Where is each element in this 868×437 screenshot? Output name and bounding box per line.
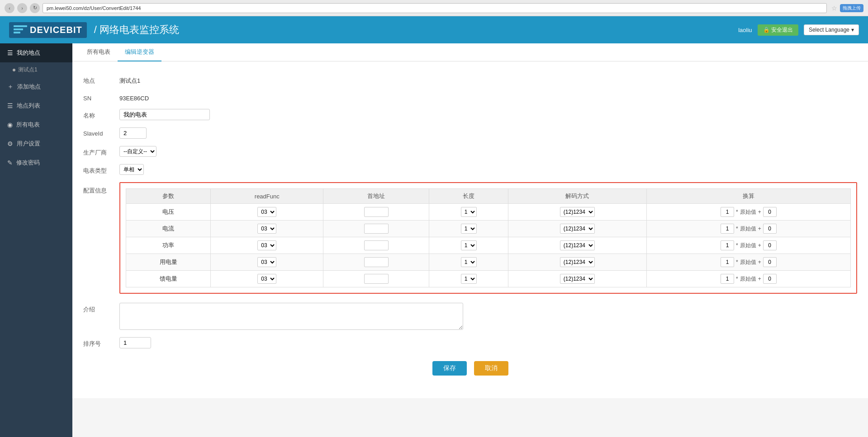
- sidebar-item-test-site[interactable]: 测试点1: [0, 62, 72, 77]
- sort-input[interactable]: [119, 337, 151, 348]
- addr-input[interactable]: [364, 257, 389, 267]
- manufacturer-label: 生产厂商: [83, 146, 119, 157]
- length-select[interactable]: 1: [461, 224, 477, 234]
- calc-mul-input[interactable]: [721, 207, 734, 217]
- site-value: 测试点1: [119, 74, 140, 85]
- meter-type-select[interactable]: 单相: [119, 164, 144, 175]
- save-button[interactable]: 保存: [432, 361, 467, 376]
- calc-add-symbol: +: [758, 226, 761, 232]
- logo-box: DEVICEBIT: [9, 22, 87, 38]
- decode-cell: (12)1234: [508, 254, 647, 271]
- calc-add-input[interactable]: [763, 274, 777, 284]
- table-row: 馈电量031(12)1234 * 原始值 +: [126, 271, 851, 287]
- lang-label: Select Language: [809, 27, 849, 33]
- user-name: laoliu: [738, 27, 752, 33]
- language-selector[interactable]: Select Language ▾: [804, 24, 859, 35]
- readfunc-select[interactable]: 03: [257, 207, 276, 217]
- length-cell: 1: [429, 254, 508, 271]
- calc-wrap: * 原始值 +: [651, 240, 846, 250]
- calc-mul-input[interactable]: [721, 274, 734, 284]
- reload-button[interactable]: ↻: [30, 3, 40, 13]
- tabs-bar: 所有电表 编辑逆变器: [72, 43, 868, 61]
- intro-input[interactable]: [119, 303, 463, 330]
- col-decode: 解码方式: [508, 189, 647, 204]
- calc-wrap: * 原始值 +: [651, 207, 846, 217]
- readfunc-select[interactable]: 03: [257, 274, 276, 284]
- sn-label: SN: [83, 92, 119, 102]
- calc-add-input[interactable]: [763, 224, 777, 234]
- length-select[interactable]: 1: [461, 274, 477, 284]
- manufacturer-row: 生产厂商 --自定义--: [83, 142, 857, 160]
- readfunc-select[interactable]: 03: [257, 224, 276, 234]
- sidebar-item-user-settings[interactable]: ⚙ 用户设置: [0, 134, 72, 153]
- calc-cell: * 原始值 +: [646, 237, 850, 254]
- calc-add-symbol: +: [758, 242, 761, 249]
- readfunc-select[interactable]: 03: [257, 240, 276, 250]
- forward-button[interactable]: ›: [17, 3, 27, 13]
- manufacturer-select[interactable]: --自定义--: [119, 146, 157, 157]
- addr-input[interactable]: [364, 207, 389, 217]
- calc-wrap: * 原始值 +: [651, 274, 846, 284]
- sidebar-item-change-password[interactable]: ✎ 修改密码: [0, 153, 72, 172]
- logo-icon: [14, 25, 27, 34]
- calc-cell: * 原始值 +: [646, 254, 850, 271]
- calc-add-input[interactable]: [763, 240, 777, 250]
- bookmark-icon[interactable]: ☆: [831, 5, 837, 12]
- col-length: 长度: [429, 189, 508, 204]
- sidebar-item-site-list[interactable]: ☰ 地点列表: [0, 96, 72, 115]
- length-select[interactable]: 1: [461, 240, 477, 250]
- plus-icon: ＋: [7, 83, 14, 91]
- cancel-button[interactable]: 取消: [474, 361, 508, 376]
- calc-cell: * 原始值 +: [646, 271, 850, 287]
- name-label: 名称: [83, 109, 119, 120]
- calc-mul-input[interactable]: [721, 257, 734, 267]
- logout-button[interactable]: 🔒 安全退出: [758, 24, 798, 36]
- meter-icon: ◉: [7, 121, 13, 128]
- addr-input[interactable]: [364, 240, 389, 250]
- tab-edit-converter[interactable]: 编辑逆变器: [118, 43, 161, 61]
- decode-select[interactable]: (12)1234: [560, 240, 595, 250]
- name-input[interactable]: [119, 109, 210, 120]
- readfunc-select[interactable]: 03: [257, 257, 276, 267]
- sn-row: SN 93EE86CD: [83, 89, 857, 105]
- sidebar-item-add-site[interactable]: ＋ 添加地点: [0, 77, 72, 96]
- form-area: 地点 测试点1 SN 93EE86CD 名称 SlaveId 生产厂商: [72, 61, 868, 398]
- calc-cell: * 原始值 +: [646, 204, 850, 221]
- decode-cell: (12)1234: [508, 237, 647, 254]
- app-header: DEVICEBIT / 网络电表监控系统 laoliu 🔒 安全退出 Selec…: [0, 16, 868, 43]
- addr-input[interactable]: [364, 274, 389, 284]
- col-addr: 首地址: [323, 189, 429, 204]
- sidebar-item-my-sites[interactable]: ☰ 我的地点: [0, 43, 72, 62]
- chevron-down-icon: ▾: [851, 27, 854, 33]
- tab-all-meters[interactable]: 所有电表: [80, 43, 118, 61]
- readfunc-cell: 03: [211, 204, 323, 221]
- lock-icon: 🔒: [763, 27, 770, 33]
- calc-add-input[interactable]: [763, 257, 777, 267]
- site-row: 地点 测试点1: [83, 70, 857, 89]
- calc-mul-input[interactable]: [721, 240, 734, 250]
- calc-add-symbol: +: [758, 276, 761, 282]
- browser-bar: ‹ › ↻ ☆ 拖拽上传: [0, 0, 868, 16]
- intro-row: 介绍: [83, 297, 857, 334]
- table-row: 电压031(12)1234 * 原始值 +: [126, 204, 851, 221]
- upload-extension-button[interactable]: 拖拽上传: [840, 4, 863, 12]
- decode-select[interactable]: (12)1234: [560, 274, 595, 284]
- length-select[interactable]: 1: [461, 257, 477, 267]
- sidebar-item-all-meters[interactable]: ◉ 所有电表: [0, 115, 72, 134]
- calc-add-input[interactable]: [763, 207, 777, 217]
- readfunc-cell: 03: [211, 221, 323, 237]
- calc-mul-input[interactable]: [721, 224, 734, 234]
- intro-label: 介绍: [83, 303, 119, 314]
- decode-select[interactable]: (12)1234: [560, 257, 595, 267]
- content-area: 所有电表 编辑逆变器 地点 测试点1 SN 93EE86CD 名称 SlaveI: [72, 43, 868, 437]
- length-select[interactable]: 1: [461, 207, 477, 217]
- decode-select[interactable]: (12)1234: [560, 207, 595, 217]
- table-row: 用电量031(12)1234 * 原始值 +: [126, 254, 851, 271]
- back-button[interactable]: ‹: [5, 3, 14, 13]
- calc-base-label: 原始值: [740, 258, 756, 266]
- addr-input[interactable]: [364, 224, 389, 234]
- url-bar[interactable]: [43, 3, 827, 13]
- decode-select[interactable]: (12)1234: [560, 224, 595, 234]
- slaveid-row: SlaveId: [83, 124, 857, 142]
- slaveid-input[interactable]: [119, 127, 147, 139]
